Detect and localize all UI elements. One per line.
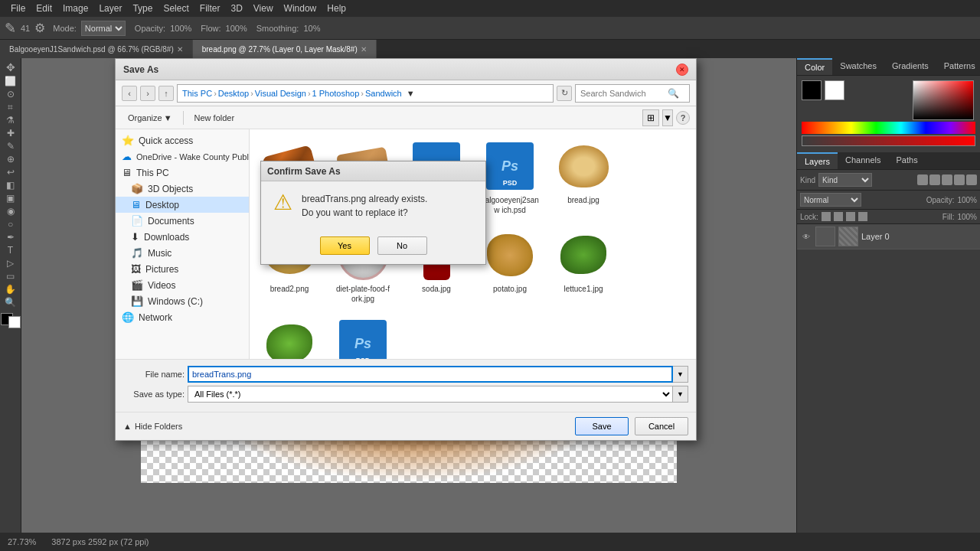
nav-onedrive[interactable]: ☁ OneDrive - Wake County Public Schools [116, 148, 249, 165]
bread-jpg-thumb [556, 139, 611, 194]
dialog-file-info: File name: ▼ Save as type: All Files (*.… [116, 359, 696, 412]
hide-folders-button[interactable]: ▲ Hide Folders [123, 422, 182, 431]
confirm-body: ⚠ breadTrans.png already exists. Do you … [261, 181, 485, 230]
3d-objects-icon: 📦 [131, 183, 143, 194]
bc-sandwich[interactable]: Sandwich [365, 89, 402, 98]
bread-jpg-shape [559, 145, 609, 187]
nav-panel: ⭐ Quick access ☁ OneDrive - Wake County … [116, 129, 250, 359]
bc-this-pc[interactable]: This PC [182, 89, 212, 98]
confirm-line1: breadTrans.png already exists. [302, 192, 427, 206]
help-button[interactable]: ? [676, 111, 690, 125]
cancel-button[interactable]: Cancel [635, 417, 688, 435]
quick-access-icon: ⭐ [122, 135, 134, 146]
bc-dropdown-icon[interactable]: ▼ [407, 89, 415, 98]
confirm-text: breadTrans.png already exists. Do you wa… [302, 192, 427, 220]
view-mode-dropdown[interactable]: ▼ [662, 109, 673, 126]
confirm-dialog: Confirm Save As ⚠ breadTrans.png already… [260, 161, 486, 265]
organize-dropdown-icon: ▼ [164, 113, 172, 122]
psd-icon-3: Ps PSD [339, 320, 387, 359]
view-mode-button[interactable]: ⊞ [642, 109, 659, 126]
nav-music[interactable]: 🎵 Music [116, 245, 249, 261]
windows-c-icon: 💾 [131, 295, 143, 307]
organize-button[interactable]: Organize ▼ [122, 112, 178, 124]
documents-icon: 📄 [131, 215, 143, 227]
plate-name: diet-plate-food-f ork.jpg [332, 284, 394, 304]
savetype-select[interactable]: All Files (*.*) [188, 386, 673, 403]
nav-videos[interactable]: 🎬 Videos [116, 277, 249, 293]
up-button[interactable]: ↑ [158, 86, 174, 101]
address-bar: ‹ › ↑ This PC › Desktop › Visual Design … [116, 80, 696, 106]
file-lettuce1[interactable]: lettuce1.jpg [550, 224, 617, 307]
dialog-actions: ▲ Hide Folders Save Cancel [116, 412, 696, 440]
lettuce-shape-2 [266, 324, 312, 359]
dialog-overlay: Save As ✕ ‹ › ↑ This PC › Desktop › Visu… [0, 0, 980, 551]
filename-label: File name: [123, 370, 185, 379]
nav-3d-objects[interactable]: 📦 3D Objects [116, 181, 249, 197]
new-folder-button[interactable]: New folder [188, 112, 241, 124]
lettuce1-name: lettuce1.jpg [564, 284, 603, 294]
onedrive-icon: ☁ [122, 151, 132, 162]
this-pc-icon: 🖥 [122, 167, 132, 178]
psd-label-3: PSD [339, 357, 387, 359]
savetype-input-box: All Files (*.*) ▼ [188, 386, 688, 403]
confirm-title: Confirm Save As [267, 166, 341, 177]
potato-shape [487, 234, 533, 276]
save-as-close-button[interactable]: ✕ [676, 64, 688, 76]
music-icon: 🎵 [131, 247, 143, 259]
no-button[interactable]: No [377, 236, 427, 255]
save-as-titlebar: Save As ✕ [116, 59, 696, 80]
lettuce-shape-1 [560, 236, 606, 274]
filename-input[interactable] [188, 366, 673, 383]
no-btn-label: No [397, 241, 407, 250]
save-as-title: Save As [123, 64, 158, 75]
nav-network[interactable]: 🌐 Network [116, 309, 249, 325]
search-box: 🔍 [575, 84, 690, 103]
bc-sep-2: › [250, 89, 253, 98]
nav-documents[interactable]: 📄 Documents [116, 213, 249, 229]
nav-desktop[interactable]: 🖥 Desktop [116, 197, 249, 213]
warning-icon: ⚠ [273, 192, 292, 214]
bc-sep-1: › [214, 89, 217, 98]
desktop-icon: 🖥 [131, 199, 141, 210]
nav-downloads[interactable]: ⬇ Downloads [116, 229, 249, 245]
refresh-button[interactable]: ↻ [557, 86, 572, 101]
nav-3d-objects-label: 3D Objects [148, 184, 193, 194]
bc-1photoshop[interactable]: 1 Photoshop [312, 89, 360, 98]
nav-desktop-label: Desktop [145, 200, 179, 210]
forward-button[interactable]: › [140, 86, 155, 101]
nav-this-pc[interactable]: 🖥 This PC [116, 165, 249, 181]
file-lettuce2[interactable]: lettuce2.jpg [256, 313, 323, 359]
pictures-icon: 🖼 [131, 263, 141, 275]
file-bread-jpg[interactable]: bread.jpg [550, 135, 617, 218]
file-sandwich2-psd[interactable]: Ps PSD balgooeyenj2sanw ich.psd [476, 135, 544, 218]
bc-desktop[interactable]: Desktop [218, 89, 249, 98]
extra-psd-thumb: Ps PSD [335, 316, 390, 359]
confirm-titlebar: Confirm Save As [261, 161, 485, 181]
bread-jpg-name: bread.jpg [567, 195, 599, 205]
ps-text-3: Ps [354, 336, 371, 352]
nav-windows-c[interactable]: 💾 Windows (C:) [116, 293, 249, 309]
filename-dropdown[interactable]: ▼ [673, 366, 688, 383]
sandwich2-psd-thumb: Ps PSD [482, 139, 537, 194]
bc-visual-design[interactable]: Visual Design [255, 89, 306, 98]
potato-thumb [482, 227, 537, 282]
videos-icon: 🎬 [131, 279, 143, 291]
search-input[interactable] [580, 89, 665, 98]
lettuce2-thumb [262, 316, 317, 359]
nav-quick-access[interactable]: ⭐ Quick access [116, 132, 249, 148]
save-button[interactable]: Save [575, 417, 629, 435]
toolbar-separator-1 [183, 111, 184, 125]
confirm-buttons: Yes No [261, 230, 485, 264]
file-extra-psd[interactable]: Ps PSD extra.psd [329, 313, 397, 359]
bc-sep-3: › [308, 89, 311, 98]
lettuce1-thumb [556, 227, 611, 282]
savetype-dropdown[interactable]: ▼ [673, 386, 688, 403]
nav-pictures[interactable]: 🖼 Pictures [116, 261, 249, 277]
nav-music-label: Music [148, 248, 172, 259]
soda-name: soda.jpg [422, 284, 451, 294]
back-button[interactable]: ‹ [122, 86, 137, 101]
yes-button[interactable]: Yes [320, 236, 370, 255]
psd-label-2: PSD [486, 179, 534, 187]
file-potato[interactable]: potato.jpg [476, 224, 544, 307]
downloads-icon: ⬇ [131, 231, 139, 243]
